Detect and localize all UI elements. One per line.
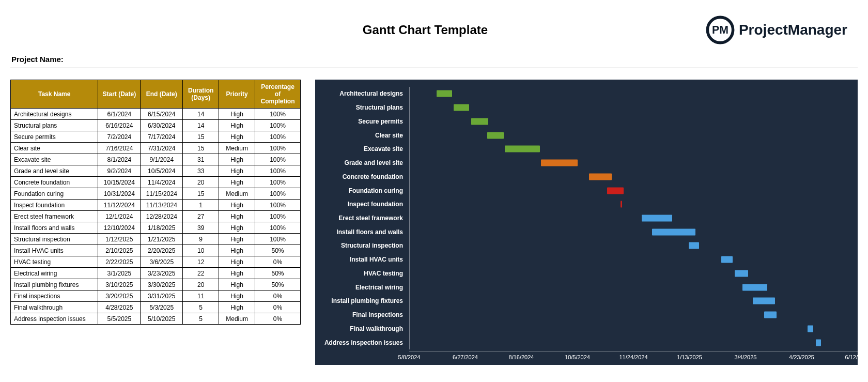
cell-start[interactable]: 1/12/2025: [98, 234, 141, 245]
cell-end[interactable]: 11/15/2024: [141, 188, 183, 200]
cell-start[interactable]: 6/16/2024: [98, 120, 141, 131]
cell-start[interactable]: 11/12/2024: [98, 200, 141, 211]
cell-duration[interactable]: 11: [183, 291, 219, 302]
cell-pct[interactable]: 0%: [255, 302, 301, 313]
cell-end[interactable]: 7/31/2024: [141, 143, 183, 154]
cell-task[interactable]: Install floors and walls: [11, 222, 98, 234]
cell-task[interactable]: Grade and level site: [11, 165, 98, 177]
cell-pct[interactable]: 100%: [255, 211, 301, 222]
cell-pct[interactable]: 100%: [255, 222, 301, 234]
cell-task[interactable]: Install HVAC units: [11, 245, 98, 256]
cell-pct[interactable]: 100%: [255, 234, 301, 245]
cell-end[interactable]: 2/20/2025: [141, 245, 183, 256]
cell-pct[interactable]: 100%: [255, 143, 301, 154]
cell-priority[interactable]: High: [219, 245, 255, 256]
cell-task[interactable]: Install plumbing fixtures: [11, 279, 98, 291]
cell-end[interactable]: 3/6/2025: [141, 256, 183, 268]
cell-duration[interactable]: 10: [183, 245, 219, 256]
cell-task[interactable]: Erect steel framework: [11, 211, 98, 222]
cell-task[interactable]: Inspect foundation: [11, 200, 98, 211]
cell-pct[interactable]: 0%: [255, 291, 301, 302]
cell-start[interactable]: 3/10/2025: [98, 279, 141, 291]
cell-priority[interactable]: High: [219, 177, 255, 188]
cell-task[interactable]: Address inspection issues: [11, 313, 98, 325]
cell-end[interactable]: 5/10/2025: [141, 313, 183, 325]
cell-duration[interactable]: 9: [183, 234, 219, 245]
cell-duration[interactable]: 27: [183, 211, 219, 222]
cell-pct[interactable]: 100%: [255, 177, 301, 188]
cell-priority[interactable]: High: [219, 200, 255, 211]
cell-duration[interactable]: 5: [183, 302, 219, 313]
cell-pct[interactable]: 100%: [255, 120, 301, 131]
cell-duration[interactable]: 15: [183, 188, 219, 200]
cell-pct[interactable]: 100%: [255, 200, 301, 211]
cell-start[interactable]: 4/28/2025: [98, 302, 141, 313]
cell-pct[interactable]: 50%: [255, 245, 301, 256]
cell-start[interactable]: 5/5/2025: [98, 313, 141, 325]
cell-duration[interactable]: 1: [183, 200, 219, 211]
cell-start[interactable]: 3/1/2025: [98, 268, 141, 279]
cell-priority[interactable]: Medium: [219, 143, 255, 154]
cell-pct[interactable]: 50%: [255, 279, 301, 291]
cell-priority[interactable]: High: [219, 268, 255, 279]
cell-task[interactable]: Clear site: [11, 143, 98, 154]
cell-end[interactable]: 12/28/2024: [141, 211, 183, 222]
cell-end[interactable]: 3/30/2025: [141, 279, 183, 291]
cell-duration[interactable]: 5: [183, 313, 219, 325]
cell-duration[interactable]: 31: [183, 154, 219, 165]
cell-start[interactable]: 7/16/2024: [98, 143, 141, 154]
cell-end[interactable]: 1/21/2025: [141, 234, 183, 245]
cell-priority[interactable]: Medium: [219, 313, 255, 325]
cell-duration[interactable]: 14: [183, 120, 219, 131]
cell-duration[interactable]: 14: [183, 109, 219, 120]
cell-start[interactable]: 8/1/2024: [98, 154, 141, 165]
cell-priority[interactable]: High: [219, 279, 255, 291]
cell-duration[interactable]: 15: [183, 143, 219, 154]
cell-end[interactable]: 3/31/2025: [141, 291, 183, 302]
cell-start[interactable]: 12/1/2024: [98, 211, 141, 222]
cell-duration[interactable]: 39: [183, 222, 219, 234]
cell-duration[interactable]: 15: [183, 131, 219, 143]
cell-task[interactable]: Structural inspection: [11, 234, 98, 245]
cell-duration[interactable]: 12: [183, 256, 219, 268]
cell-priority[interactable]: High: [219, 302, 255, 313]
cell-end[interactable]: 9/1/2024: [141, 154, 183, 165]
cell-task[interactable]: Structural plans: [11, 120, 98, 131]
cell-priority[interactable]: High: [219, 211, 255, 222]
cell-priority[interactable]: High: [219, 154, 255, 165]
cell-end[interactable]: 7/17/2024: [141, 131, 183, 143]
cell-duration[interactable]: 22: [183, 268, 219, 279]
cell-start[interactable]: 3/20/2025: [98, 291, 141, 302]
cell-priority[interactable]: High: [219, 120, 255, 131]
cell-priority[interactable]: High: [219, 222, 255, 234]
cell-duration[interactable]: 20: [183, 177, 219, 188]
cell-end[interactable]: 10/5/2024: [141, 165, 183, 177]
cell-task[interactable]: Excavate site: [11, 154, 98, 165]
cell-task[interactable]: Final inspections: [11, 291, 98, 302]
cell-pct[interactable]: 100%: [255, 165, 301, 177]
cell-task[interactable]: HVAC testing: [11, 256, 98, 268]
cell-priority[interactable]: High: [219, 165, 255, 177]
cell-priority[interactable]: Medium: [219, 188, 255, 200]
cell-end[interactable]: 11/4/2024: [141, 177, 183, 188]
cell-end[interactable]: 6/15/2024: [141, 109, 183, 120]
cell-task[interactable]: Electrical wiring: [11, 268, 98, 279]
cell-start[interactable]: 2/10/2025: [98, 245, 141, 256]
cell-pct[interactable]: 100%: [255, 188, 301, 200]
cell-pct[interactable]: 0%: [255, 256, 301, 268]
cell-duration[interactable]: 20: [183, 279, 219, 291]
cell-end[interactable]: 5/3/2025: [141, 302, 183, 313]
cell-task[interactable]: Foundation curing: [11, 188, 98, 200]
cell-start[interactable]: 6/1/2024: [98, 109, 141, 120]
cell-priority[interactable]: High: [219, 291, 255, 302]
cell-task[interactable]: Concrete foundation: [11, 177, 98, 188]
cell-end[interactable]: 1/18/2025: [141, 222, 183, 234]
cell-start[interactable]: 10/31/2024: [98, 188, 141, 200]
cell-start[interactable]: 10/15/2024: [98, 177, 141, 188]
cell-start[interactable]: 2/22/2025: [98, 256, 141, 268]
cell-pct[interactable]: 50%: [255, 268, 301, 279]
cell-pct[interactable]: 100%: [255, 154, 301, 165]
cell-task[interactable]: Final walkthrough: [11, 302, 98, 313]
cell-priority[interactable]: High: [219, 256, 255, 268]
cell-end[interactable]: 11/13/2024: [141, 200, 183, 211]
